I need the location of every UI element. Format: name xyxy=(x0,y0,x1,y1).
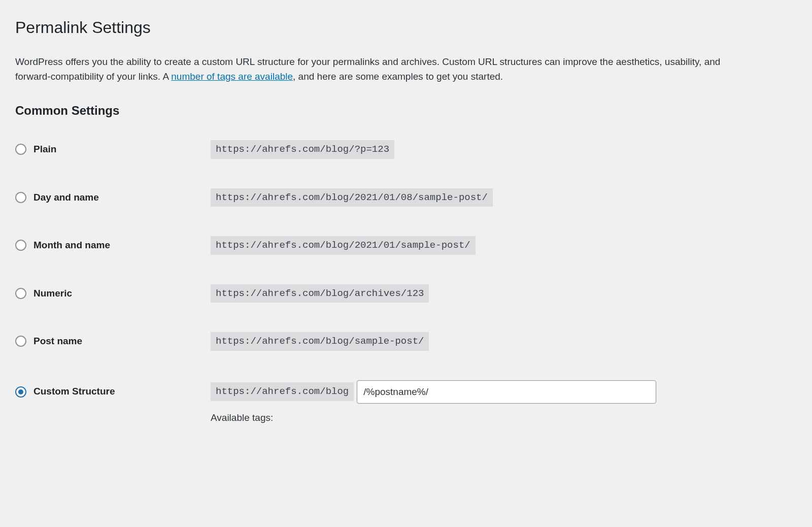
label-day-name[interactable]: Day and name xyxy=(33,190,99,205)
permalink-options: Plain https://ahrefs.com/blog/?p=123 Day… xyxy=(15,140,797,404)
radio-numeric[interactable] xyxy=(15,288,26,299)
option-day-name: Day and name https://ahrefs.com/blog/202… xyxy=(15,188,797,207)
label-numeric[interactable]: Numeric xyxy=(33,286,72,301)
custom-structure-input[interactable] xyxy=(357,380,656,404)
option-plain: Plain https://ahrefs.com/blog/?p=123 xyxy=(15,140,797,159)
option-numeric: Numeric https://ahrefs.com/blog/archives… xyxy=(15,284,797,303)
radio-post-name[interactable] xyxy=(15,336,26,347)
tags-available-link[interactable]: number of tags are available xyxy=(171,71,293,82)
example-day-name: https://ahrefs.com/blog/2021/01/08/sampl… xyxy=(211,188,493,207)
available-tags-label: Available tags: xyxy=(211,411,797,425)
example-month-name: https://ahrefs.com/blog/2021/01/sample-p… xyxy=(211,236,476,255)
custom-base-url: https://ahrefs.com/blog xyxy=(211,382,354,401)
intro-text-after: , and here are some examples to get you … xyxy=(293,71,503,82)
option-custom: Custom Structure https://ahrefs.com/blog xyxy=(15,380,797,404)
option-month-name: Month and name https://ahrefs.com/blog/2… xyxy=(15,236,797,255)
radio-plain[interactable] xyxy=(15,144,26,155)
intro-text: WordPress offers you the ability to crea… xyxy=(15,55,726,84)
example-post-name: https://ahrefs.com/blog/sample-post/ xyxy=(211,332,429,351)
label-custom[interactable]: Custom Structure xyxy=(33,384,115,399)
radio-custom[interactable] xyxy=(15,386,26,398)
example-numeric: https://ahrefs.com/blog/archives/123 xyxy=(211,284,429,303)
option-post-name: Post name https://ahrefs.com/blog/sample… xyxy=(15,332,797,351)
example-plain: https://ahrefs.com/blog/?p=123 xyxy=(211,140,394,159)
page-title: Permalink Settings xyxy=(15,15,797,40)
common-settings-heading: Common Settings xyxy=(15,102,797,120)
radio-day-name[interactable] xyxy=(15,192,26,203)
radio-month-name[interactable] xyxy=(15,240,26,251)
label-month-name[interactable]: Month and name xyxy=(33,238,110,253)
label-plain[interactable]: Plain xyxy=(33,142,56,157)
label-post-name[interactable]: Post name xyxy=(33,334,82,349)
